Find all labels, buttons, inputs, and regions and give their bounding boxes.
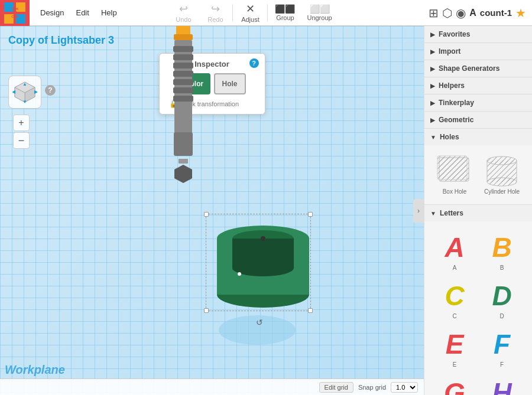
section-helpers: ▶ Helpers [424, 77, 532, 94]
section-import-header[interactable]: ▶ Import [424, 43, 532, 60]
svg-rect-16 [173, 87, 193, 93]
ungroup-button[interactable]: ⬜⬜ Ungroup [302, 3, 336, 22]
zoom-in-button[interactable]: + [13, 115, 30, 131]
snap-grid-select[interactable]: 1.0 0.5 2.0 [391, 382, 418, 393]
menu-help[interactable]: Help [95, 6, 123, 19]
menu-edit[interactable]: Edit [70, 6, 95, 19]
holes-arrow: ▼ [430, 134, 436, 141]
svg-rect-20 [179, 159, 188, 164]
svg-text:H: H [492, 377, 512, 395]
cylinder-hole-item[interactable]: Cylinder Hole [480, 152, 524, 197]
letter-f-item[interactable]: F F [480, 325, 524, 370]
letter-h-svg: H [484, 376, 520, 395]
letters-grid: A A B B C [429, 225, 527, 395]
letter-g-svg: G [436, 376, 473, 395]
svg-point-35 [487, 156, 517, 165]
svg-point-27 [261, 236, 265, 241]
topbar: TINKERCAD Design Edit Help ↩ Undo ↪ Redo… [0, 0, 532, 26]
canvas-area[interactable]: Copy of Lightsaber 3 ? ▲ ▼ ◀ ▶ + − [0, 26, 424, 395]
logo[interactable]: TINKERCAD [0, 0, 30, 26]
view-text-icon[interactable]: A [469, 8, 476, 18]
section-favorites-header[interactable]: ▶ Favorites [424, 26, 532, 43]
collapse-right-panel-button[interactable]: › [413, 199, 424, 223]
hole-button[interactable]: Hole [214, 73, 246, 94]
letter-c-item[interactable]: C C [433, 277, 476, 322]
group-button[interactable]: ⬛⬛ Group [270, 3, 300, 22]
svg-text:G: G [444, 377, 465, 395]
section-helpers-header[interactable]: ▶ Helpers [424, 77, 532, 94]
inspector-help-button[interactable]: ? [249, 58, 259, 68]
geometric-arrow: ▶ [430, 117, 435, 123]
holes-label: Holes [440, 133, 459, 141]
view-sphere-icon[interactable]: ◉ [456, 6, 466, 20]
helpers-label: Helpers [439, 81, 465, 90]
right-panel: ▶ Favorites ▶ Import ▶ Shape Generators … [424, 26, 532, 395]
cylinder-hole-svg [484, 155, 520, 187]
letter-b-svg: B [484, 231, 520, 263]
svg-text:D: D [492, 280, 511, 311]
svg-text:▶: ▶ [34, 89, 37, 94]
favorites-label: Favorites [439, 30, 470, 38]
toolbar-right: ⊞ ⬡ ◉ A count-1 ★ [429, 6, 532, 20]
handle-bl[interactable] [204, 308, 209, 313]
section-holes: ▼ Holes [424, 129, 532, 205]
nav-cube[interactable]: ▲ ▼ ◀ ▶ [8, 76, 41, 109]
box-hole-item[interactable]: Box Hole [433, 152, 476, 197]
zoom-controls: + − [13, 115, 30, 149]
redo-button[interactable]: ↪ Redo [200, 1, 230, 24]
letter-b-item[interactable]: B B [480, 228, 524, 273]
letter-e-item[interactable]: E E [433, 325, 476, 370]
svg-rect-31 [437, 156, 467, 179]
main: Copy of Lightsaber 3 ? ▲ ▼ ◀ ▶ + − [0, 26, 532, 395]
edit-grid-button[interactable]: Edit grid [319, 382, 353, 393]
help-bubble[interactable]: ? [45, 85, 56, 96]
undo-label: Undo [176, 16, 191, 23]
import-label: Import [439, 47, 460, 56]
section-letters: ▼ Letters A A B [424, 205, 532, 395]
letter-a-item[interactable]: A A [433, 228, 476, 273]
tinkerplay-label: Tinkerplay [439, 99, 474, 107]
zoom-out-button[interactable]: − [13, 132, 30, 149]
letter-d-item[interactable]: D D [480, 277, 524, 322]
toolbar-center: ↩ Undo ↪ Redo ✕ Adjust ⬛⬛ Group ⬜⬜ Ungro… [168, 1, 336, 24]
section-tinkerplay-header[interactable]: ▶ Tinkerplay [424, 94, 532, 111]
letter-b-label: B [500, 265, 504, 271]
svg-text:F: F [494, 329, 511, 360]
adjust-label: Adjust [241, 16, 259, 23]
section-geometric-header[interactable]: ▶ Geometric [424, 112, 532, 128]
svg-marker-19 [174, 165, 192, 183]
ungroup-label: Ungroup [307, 14, 332, 21]
tinkerplay-arrow: ▶ [430, 100, 435, 106]
svg-text:A: A [444, 232, 464, 263]
adjust-button[interactable]: ✕ Adjust [235, 1, 265, 24]
letter-h-item[interactable]: H H [480, 374, 524, 395]
favorites-arrow: ▶ [430, 31, 435, 38]
section-shape-generators-header[interactable]: ▶ Shape Generators [424, 60, 532, 77]
letter-g-item[interactable]: G G [433, 374, 476, 395]
geometric-label: Geometric [439, 116, 473, 124]
section-geometric: ▶ Geometric [424, 112, 532, 129]
menu-design[interactable]: Design [34, 6, 70, 19]
section-letters-header[interactable]: ▼ Letters [424, 205, 532, 221]
letter-e-label: E [453, 361, 457, 368]
letter-c-label: C [452, 313, 456, 319]
svg-text:C: C [445, 280, 465, 311]
svg-text:B: B [492, 232, 511, 263]
toolbar-divider-1 [232, 4, 233, 22]
view-cube-icon[interactable]: ⬡ [442, 6, 452, 20]
view-grid-icon[interactable]: ⊞ [429, 6, 439, 20]
cylinder-shadow [219, 315, 296, 345]
holes-content: Box Hole [424, 145, 532, 204]
snap-grid-label: Snap grid [358, 384, 386, 391]
workplane-label: Workplane [5, 363, 65, 376]
section-holes-header[interactable]: ▼ Holes [424, 129, 532, 145]
group-label: Group [276, 14, 294, 21]
favorites-star-icon[interactable]: ★ [515, 6, 526, 20]
cylinder-hole-label: Cylinder Hole [484, 188, 520, 195]
project-title: Copy of Lightsaber 3 [8, 34, 114, 47]
section-favorites: ▶ Favorites [424, 26, 532, 43]
svg-rect-26 [232, 239, 294, 268]
helpers-arrow: ▶ [430, 83, 435, 89]
undo-button[interactable]: ↩ Undo [168, 1, 198, 24]
nav-cube-svg: ▲ ▼ ◀ ▶ [12, 80, 37, 105]
